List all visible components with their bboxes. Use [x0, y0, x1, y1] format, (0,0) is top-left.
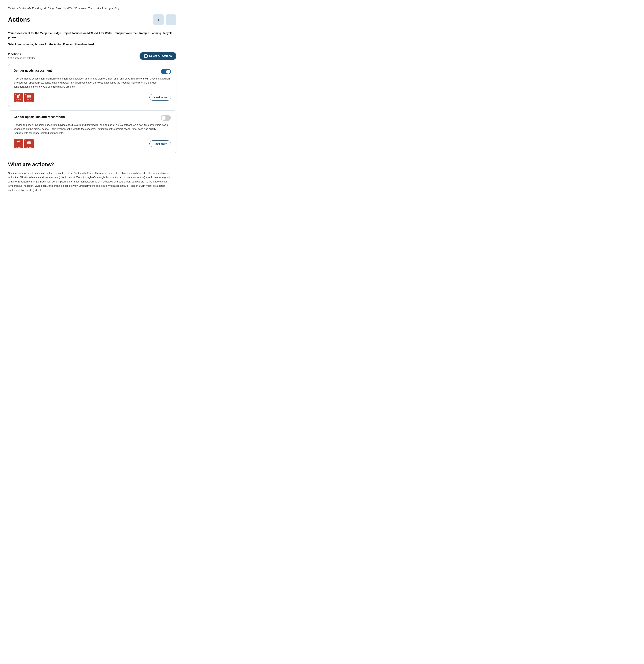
- sdg-icon-4: 4 📖 QUALITY EDUCATION: [24, 139, 34, 148]
- what-are-actions-section: What are actions? Some content on what a…: [8, 161, 176, 192]
- action-card-footer-2: 5 ⚥ GENDER EQUALITY 4 📖 QUALITY EDUCATIO…: [14, 139, 171, 148]
- action-card-2: Gender-specialists and researchers ✕ Gen…: [8, 110, 176, 153]
- actions-count: 2 actions 1 of 2 actions are selected.: [8, 53, 36, 59]
- action-card-desc-1: A gender needs assessment highlights the…: [14, 77, 171, 89]
- what-are-actions-body: Some content on what actions are within …: [8, 171, 176, 192]
- toggle-track-1[interactable]: ✓: [161, 69, 171, 74]
- what-are-actions-heading: What are actions?: [8, 161, 176, 168]
- action-card-1: Gender needs assessment ✓ A gender needs…: [8, 64, 176, 107]
- next-button[interactable]: ›: [166, 14, 176, 25]
- description-line1: Your assessment for the Medjerda Bridge …: [8, 31, 176, 40]
- select-all-button[interactable]: Select All Actions: [140, 52, 176, 60]
- actions-selected-label: 1 of 2 actions are selected.: [8, 57, 36, 59]
- breadcrumb-text: Tunisia > SustainABLE > Medjerda Bridge …: [8, 7, 121, 9]
- sdg-icon-5: 5 ⚥ GENDER EQUALITY: [14, 93, 23, 102]
- action-toggle-1[interactable]: ✓: [161, 69, 171, 74]
- breadcrumb: Tunisia > SustainABLE > Medjerda Bridge …: [8, 7, 176, 9]
- prev-button[interactable]: ‹: [153, 14, 164, 25]
- read-more-button-2[interactable]: Read more: [149, 140, 171, 147]
- actions-count-label: 2 actions: [8, 53, 36, 56]
- actions-header: 2 actions 1 of 2 actions are selected. S…: [8, 52, 176, 60]
- sdg-icons-2: 5 ⚥ GENDER EQUALITY 4 📖 QUALITY EDUCATIO…: [14, 139, 34, 148]
- action-toggle-2[interactable]: ✕: [161, 115, 171, 121]
- description-line2: Select one, or more, Actions for the Act…: [8, 42, 176, 47]
- select-all-label: Select All Actions: [149, 55, 172, 58]
- description-block: Your assessment for the Medjerda Bridge …: [8, 31, 176, 47]
- nav-buttons: ‹ ›: [153, 14, 176, 25]
- chevron-right-icon: ›: [170, 18, 172, 22]
- action-card-title-2: Gender-specialists and researchers: [14, 115, 65, 119]
- page-header: Actions ‹ ›: [8, 14, 176, 25]
- checkbox-icon: [144, 54, 148, 58]
- action-card-title-1: Gender needs assessment: [14, 69, 52, 72]
- toggle-track-2[interactable]: ✕: [161, 115, 171, 121]
- action-card-desc-2: Gender and social inclusion specialists,…: [14, 123, 171, 135]
- toggle-thumb-1: ✓: [166, 69, 170, 74]
- action-cards-container: Gender needs assessment ✓ A gender needs…: [8, 64, 176, 153]
- action-card-header-2: Gender-specialists and researchers ✕: [14, 115, 171, 121]
- chevron-left-icon: ‹: [158, 18, 159, 22]
- page-title: Actions: [8, 16, 30, 23]
- sdg-icon-4: 4 📖 QUALITY EDUCATION: [24, 93, 34, 102]
- action-card-footer-1: 5 ⚥ GENDER EQUALITY 4 📖 QUALITY EDUCATIO…: [14, 93, 171, 102]
- read-more-button-1[interactable]: Read more: [149, 94, 171, 101]
- sdg-icon-5: 5 ⚥ GENDER EQUALITY: [14, 139, 23, 148]
- toggle-thumb-2: ✕: [162, 116, 166, 120]
- action-card-header-1: Gender needs assessment ✓: [14, 69, 171, 74]
- sdg-icons-1: 5 ⚥ GENDER EQUALITY 4 📖 QUALITY EDUCATIO…: [14, 93, 34, 102]
